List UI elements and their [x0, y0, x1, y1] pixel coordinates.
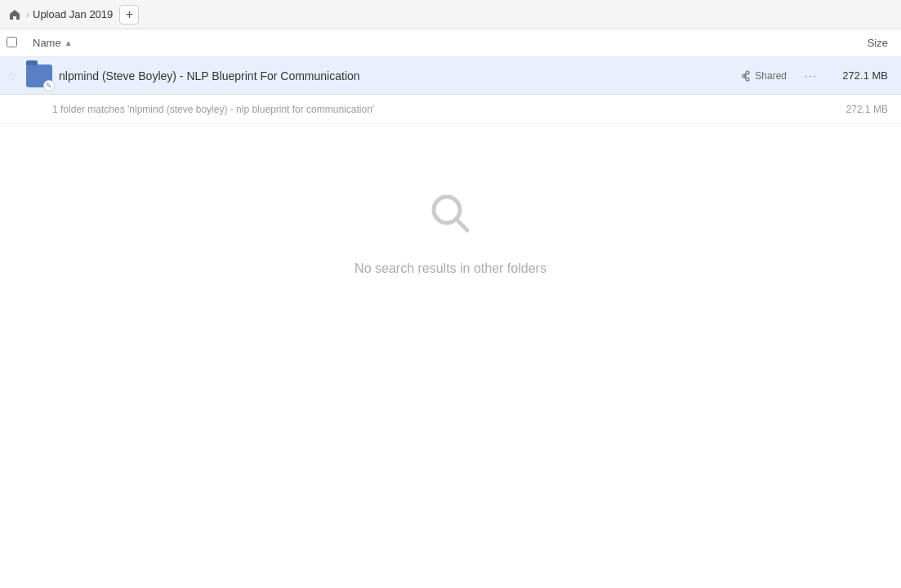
- no-results-text: No search results in other folders: [355, 261, 546, 276]
- breadcrumb-bar: › Upload Jan 2019 +: [0, 0, 901, 29]
- match-summary-row: 1 folder matches 'nlpmind (steve boyley)…: [0, 95, 901, 124]
- folder-icon: ✎: [26, 63, 52, 89]
- add-button[interactable]: +: [119, 5, 139, 24]
- shared-label: Shared: [755, 70, 787, 82]
- size-column-header: Size: [813, 37, 894, 49]
- file-size: 272.1 MB: [829, 69, 894, 82]
- file-row[interactable]: ☆ ✎ nlpmind (Steve Boyley) - NLP Bluepri…: [0, 57, 901, 95]
- breadcrumb-title[interactable]: Upload Jan 2019: [33, 8, 113, 20]
- empty-state: No search results in other folders: [0, 124, 901, 276]
- svg-line-4: [456, 219, 467, 230]
- shared-badge: Shared: [740, 70, 787, 82]
- no-results-search-icon: [426, 189, 475, 248]
- sort-arrow-icon: ▲: [65, 38, 73, 47]
- breadcrumb-chevron: ›: [26, 9, 29, 20]
- star-icon[interactable]: ☆: [7, 69, 23, 82]
- name-column-header[interactable]: Name ▲: [33, 37, 813, 49]
- column-headers: Name ▲ Size: [0, 29, 901, 57]
- home-icon[interactable]: [7, 7, 23, 23]
- select-all-checkbox[interactable]: [7, 37, 26, 50]
- match-summary-size: 272.1 MB: [829, 104, 894, 115]
- more-options-button[interactable]: ···: [800, 65, 823, 87]
- edit-badge-icon: ✎: [43, 80, 55, 91]
- match-summary-text: 1 folder matches 'nlpmind (steve boyley)…: [52, 104, 829, 115]
- filename-label: nlpmind (Steve Boyley) - NLP Blueprint F…: [59, 69, 740, 82]
- svg-rect-0: [32, 70, 47, 82]
